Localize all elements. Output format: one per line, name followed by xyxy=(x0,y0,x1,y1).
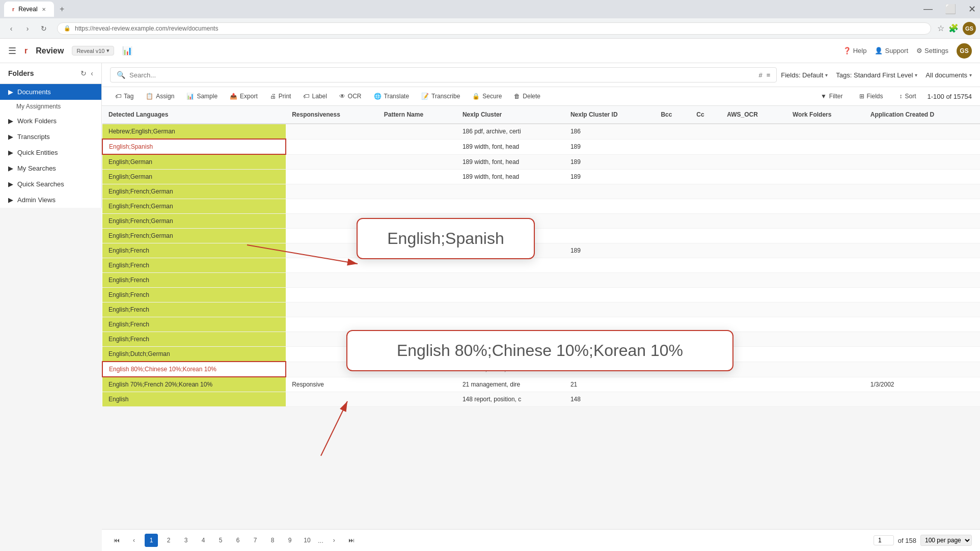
close-button[interactable]: ✕ xyxy=(968,4,976,15)
table-row[interactable]: English;French xyxy=(102,302,980,317)
table-row[interactable]: English;German 189 width, font, head 189 xyxy=(102,170,980,184)
col-cc[interactable]: Cc xyxy=(690,106,721,124)
search-input[interactable] xyxy=(129,71,754,79)
secure-button[interactable]: 🔒 Secure xyxy=(467,90,507,102)
table-row[interactable]: Hebrew;English;German 186 pdf, archive, … xyxy=(102,124,980,139)
page-8-button[interactable]: 8 xyxy=(266,534,279,547)
table-row[interactable]: English;French;German xyxy=(102,199,980,214)
filter-button[interactable]: ▼ Filter xyxy=(815,90,848,102)
print-button[interactable]: 🖨 Print xyxy=(265,90,296,102)
fields-dropdown[interactable]: Fields: Default ▾ xyxy=(781,71,828,79)
table-row[interactable]: English;French;German xyxy=(102,184,980,199)
stats-icon[interactable]: 📊 xyxy=(122,46,132,56)
page-1-button[interactable]: 1 xyxy=(145,534,158,547)
filter-icon[interactable]: ≡ xyxy=(767,71,771,79)
cell-aws xyxy=(721,317,786,332)
first-page-button[interactable]: ⏮ xyxy=(110,534,123,547)
table-row[interactable]: English;French;German xyxy=(102,229,980,243)
table-row[interactable]: English 70%;French 20%;Korean 10% Respon… xyxy=(102,377,980,392)
sidebar-item-work-folders[interactable]: ▶ Work Folders xyxy=(0,113,101,129)
table-row[interactable]: English;French xyxy=(102,288,980,302)
table-row[interactable]: English;German 189 width, font, head 189 xyxy=(102,154,980,170)
sidebar-item-transcripts[interactable]: ▶ Transcripts xyxy=(0,129,101,145)
page-2-button[interactable]: 2 xyxy=(162,534,175,547)
cell-bcc xyxy=(655,214,690,229)
col-app-created[interactable]: Application Created D xyxy=(864,106,980,124)
reload-button[interactable]: ↻ xyxy=(37,21,51,36)
hash-icon[interactable]: # xyxy=(758,71,762,79)
sidebar-item-quick-entities[interactable]: ▶ Quick Entities xyxy=(0,145,101,160)
page-9-button[interactable]: 9 xyxy=(283,534,296,547)
page-10-button[interactable]: 10 xyxy=(301,534,314,547)
support-link[interactable]: 👤 Support xyxy=(875,47,908,54)
col-responsiveness[interactable]: Responsiveness xyxy=(286,106,378,124)
col-nexip-cluster-id[interactable]: NexIp Cluster ID xyxy=(564,106,655,124)
refresh-icon[interactable]: ↻ xyxy=(80,69,87,77)
back-button[interactable]: ‹ xyxy=(4,21,18,36)
page-number-input[interactable] xyxy=(874,535,894,545)
new-tab-button[interactable]: + xyxy=(56,3,68,15)
sidebar-item-my-searches[interactable]: ▶ My Searches xyxy=(0,160,101,176)
col-pattern-name[interactable]: Pattern Name xyxy=(378,106,456,124)
all-docs-dropdown[interactable]: All documents ▾ xyxy=(925,71,972,79)
tab-close-button[interactable]: ✕ xyxy=(42,7,46,12)
col-nexip-cluster[interactable]: NexIp Cluster xyxy=(456,106,564,124)
table-row[interactable]: English;French xyxy=(102,273,980,288)
prev-page-button[interactable]: ‹ xyxy=(127,534,141,547)
label-button[interactable]: 🏷 Label xyxy=(298,90,332,102)
col-aws-ocr[interactable]: AWS_OCR xyxy=(721,106,786,124)
cell-pattern xyxy=(378,377,456,392)
table-row[interactable]: English;French;German xyxy=(102,214,980,229)
export-button[interactable]: 📤 Export xyxy=(225,90,263,102)
settings-link[interactable]: ⚙ Settings xyxy=(916,47,948,54)
sidebar-item-documents[interactable]: ▶ Documents xyxy=(0,84,101,100)
page-6-button[interactable]: 6 xyxy=(231,534,244,547)
per-page-select[interactable]: 100 per page 50 per page 200 per page xyxy=(920,535,972,546)
extensions-icon[interactable]: 🧩 xyxy=(948,23,959,33)
sidebar-item-label: My Searches xyxy=(17,164,56,172)
col-detected-languages[interactable]: Detected Languages xyxy=(102,106,286,124)
cell-wf xyxy=(786,332,864,347)
bookmark-icon[interactable]: ☆ xyxy=(937,23,944,33)
help-link[interactable]: ❓ Help xyxy=(843,47,867,54)
filter-funnel-icon: ▼ xyxy=(821,93,827,100)
tag-button[interactable]: 🏷 Tag xyxy=(110,90,139,102)
page-5-button[interactable]: 5 xyxy=(214,534,227,547)
browser-tab[interactable]: r Reveal ✕ xyxy=(4,2,54,17)
sort-button[interactable]: ↕ Sort xyxy=(894,90,921,102)
version-badge[interactable]: Reveal v10 ▾ xyxy=(72,46,114,56)
delete-button[interactable]: 🗑 Delete xyxy=(509,90,546,102)
page-7-button[interactable]: 7 xyxy=(249,534,262,547)
minimize-button[interactable]: — xyxy=(923,4,933,15)
col-work-folders[interactable]: Work Folders xyxy=(786,106,864,124)
last-page-button[interactable]: ⏭ xyxy=(345,534,358,547)
user-avatar[interactable]: GS xyxy=(957,43,972,59)
maximize-button[interactable]: ⬜ xyxy=(945,4,956,15)
assign-button[interactable]: 📋 Assign xyxy=(141,90,179,102)
translate-icon: 🌐 xyxy=(374,93,382,100)
support-icon: 👤 xyxy=(875,47,883,54)
sidebar-item-my-assignments[interactable]: My Assignments xyxy=(0,100,101,113)
table-row[interactable]: English;Spanish 189 width, font, head 18… xyxy=(102,139,980,154)
page-3-button[interactable]: 3 xyxy=(179,534,193,547)
hamburger-menu-icon[interactable]: ☰ xyxy=(8,45,16,57)
table-row[interactable]: English;French xyxy=(102,258,980,273)
tags-dropdown[interactable]: Tags: Standard First Level ▾ xyxy=(836,71,917,79)
collapse-sidebar-icon[interactable]: ‹ xyxy=(91,69,93,77)
sidebar-item-quick-searches[interactable]: ▶ Quick Searches xyxy=(0,176,101,192)
col-bcc[interactable]: Bcc xyxy=(655,106,690,124)
transcribe-button[interactable]: 📝 Transcribe xyxy=(416,90,465,102)
page-4-button[interactable]: 4 xyxy=(197,534,210,547)
browser-user-avatar[interactable]: GS xyxy=(963,22,976,35)
translate-button[interactable]: 🌐 Translate xyxy=(369,90,415,102)
sample-button[interactable]: 📊 Sample xyxy=(181,90,223,102)
sidebar-item-admin-views[interactable]: ▶ Admin Views xyxy=(0,192,101,208)
address-bar[interactable]: 🔒 https://reveal-review.example.com/revi… xyxy=(57,22,931,35)
fields-toggle-button[interactable]: ⊞ Fields xyxy=(854,90,888,102)
forward-button[interactable]: › xyxy=(20,21,35,36)
search-input-wrap[interactable]: 🔍 # ≡ xyxy=(110,67,777,82)
table-row[interactable]: English 148 report, position, c 148 xyxy=(102,392,980,407)
ocr-button[interactable]: 👁 OCR xyxy=(334,90,367,102)
table-row[interactable]: English;French 189 width, font, head 189 xyxy=(102,243,980,258)
next-page-button[interactable]: › xyxy=(328,534,341,547)
